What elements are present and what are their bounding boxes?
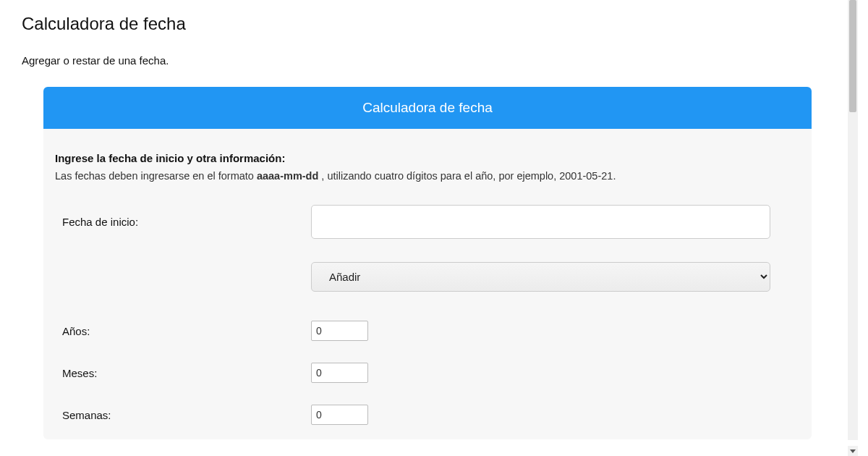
scrollbar-track[interactable] xyxy=(848,0,858,440)
instruction-text: Las fechas deben ingresarse en el format… xyxy=(55,170,800,182)
page-title: Calculadora de fecha xyxy=(22,14,835,34)
panel-header: Calculadora de fecha xyxy=(43,87,812,129)
years-label: Años: xyxy=(55,325,311,337)
instruction-suffix: , utilizando cuatro dígitos para el año,… xyxy=(318,170,616,182)
page-viewport: Calculadora de fecha Agregar o restar de… xyxy=(0,0,858,456)
row-years: Años: xyxy=(55,321,800,341)
panel-body: Ingrese la fecha de inicio y otra inform… xyxy=(43,129,812,439)
row-start-date: Fecha de inicio: xyxy=(55,205,800,239)
instruction-title: Ingrese la fecha de inicio y otra inform… xyxy=(55,152,800,164)
calculator-panel: Calculadora de fecha Ingrese la fecha de… xyxy=(43,87,812,439)
years-input[interactable] xyxy=(311,321,368,341)
scrollbar-thumb[interactable] xyxy=(849,0,856,112)
row-months: Meses: xyxy=(55,363,800,383)
scrollbar-down-arrow-icon[interactable] xyxy=(848,446,858,456)
start-date-label: Fecha de inicio: xyxy=(55,216,311,228)
row-operation: Añadir xyxy=(55,262,800,292)
weeks-label: Semanas: xyxy=(55,409,311,421)
weeks-input[interactable] xyxy=(311,405,368,425)
page-subtitle: Agregar o restar de una fecha. xyxy=(22,54,835,67)
row-weeks: Semanas: xyxy=(55,405,800,425)
instruction-prefix: Las fechas deben ingresarse en el format… xyxy=(55,170,257,182)
start-date-input[interactable] xyxy=(311,205,770,239)
months-label: Meses: xyxy=(55,367,311,379)
content-card: Calculadora de fecha Agregar o restar de… xyxy=(22,14,835,439)
instruction-format: aaaa-mm-dd xyxy=(257,170,318,182)
months-input[interactable] xyxy=(311,363,368,383)
operation-select[interactable]: Añadir xyxy=(311,262,770,292)
